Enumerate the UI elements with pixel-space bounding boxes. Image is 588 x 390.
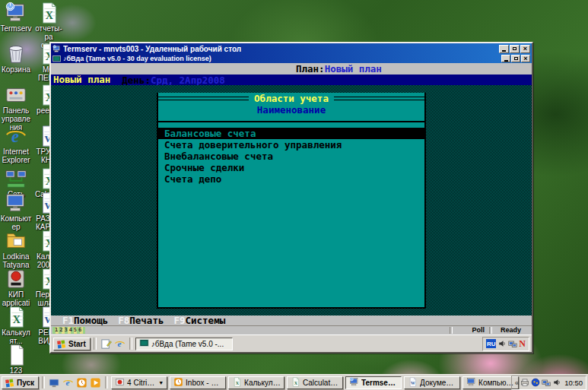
taskbar-button-калькулятор-2008[interactable]: XКалькулятор 2008 ...: [228, 376, 284, 389]
day-value: Срд, 2Апр2008: [151, 75, 225, 86]
fkey-f8[interactable]: F8Печать: [118, 315, 173, 326]
remote-start-button[interactable]: Start: [53, 338, 91, 350]
host-quicklaunch-media-icon[interactable]: [89, 376, 102, 389]
task-button-label: Termserv - mnvts...: [361, 379, 398, 387]
taskbar-button-4-citrix-ica-client[interactable]: 4 Citrix ICA Client ...▼: [111, 376, 167, 389]
plan-value: Новый план: [325, 63, 382, 75]
tray-printer-icon[interactable]: [520, 378, 529, 387]
keyboard-layout-indicator[interactable]: RU: [486, 339, 496, 348]
task-button-label: 4 Citrix ICA Client ...: [127, 379, 156, 387]
dialog-item-балансовые-счета[interactable]: Балансовые счета: [158, 128, 424, 139]
task-button-label: Документ1 - Micros...: [420, 379, 456, 387]
taskbar-separator: [105, 376, 108, 388]
remote-quicklaunch-notepad-icon[interactable]: [100, 338, 113, 350]
tame-minimize-button[interactable]: [501, 55, 510, 62]
dialog-divider: [158, 121, 424, 122]
doc-icon: [5, 344, 27, 366]
svg-text:e: e: [66, 378, 70, 387]
dialog-border-line: [158, 97, 249, 100]
termserv-window-title: Termserv - mnvts003 - Удаленный рабочий …: [63, 45, 497, 53]
desktop-icon-lodkina-tatyana[interactable]: LodkinaTatyana: [0, 230, 32, 269]
clock: 10:50: [563, 379, 583, 387]
tame-window-controls: ×: [501, 55, 530, 62]
dialog-item-счета-доверительного-управления[interactable]: Счета доверительного управления: [158, 139, 424, 151]
desktop-icon-123[interactable]: 123: [0, 344, 32, 375]
termserv-window-controls: ×: [499, 45, 530, 53]
tray-netdisplay-icon[interactable]: [542, 378, 551, 387]
outlook-icon: [173, 377, 183, 388]
task-button-label: Calculator20071024: [303, 379, 339, 387]
remote-system-tray: RU N: [482, 337, 529, 351]
remote-quicklaunch-ie-icon[interactable]: e: [113, 338, 126, 350]
dialog-item-счета-депо[interactable]: Счета депо: [158, 173, 424, 185]
restore-icon: [513, 47, 516, 50]
excel-icon: X: [37, 2, 60, 24]
desktop-icon-label: Калькулят...: [0, 328, 32, 345]
desktop-icon-корзина[interactable]: Корзина: [0, 43, 32, 74]
dialog-item-внебалансовые-счета[interactable]: Внебалансовые счета: [158, 151, 424, 162]
dialog-column-header: Наименование: [158, 104, 424, 116]
redapp-icon: [5, 268, 27, 290]
fkey-f9[interactable]: F9Системы: [173, 315, 235, 326]
desktop-icon-internet-explorer[interactable]: eInternetExplorer: [0, 125, 32, 164]
computer-icon: [466, 377, 476, 388]
taskbar-button-termserv-mnvts[interactable]: Termserv - mnvts...: [345, 376, 402, 389]
dialog-border-line: [334, 97, 424, 100]
termserv-close-button[interactable]: ×: [520, 45, 530, 53]
tray-antivirus-icon[interactable]: [531, 378, 540, 387]
remote-task-button-label: ♪бВда (Tame v5.0 -...: [151, 340, 224, 348]
host-start-button[interactable]: Пуск: [2, 376, 39, 389]
host-quicklaunch-showdesktop-icon[interactable]: [48, 376, 61, 389]
netscape-icon[interactable]: N: [519, 339, 526, 348]
host-quicklaunch-outlook-icon[interactable]: [75, 376, 88, 389]
speaker-icon[interactable]: [497, 339, 507, 348]
remote-quick-launch: e: [100, 338, 126, 350]
taskbar-separator: [42, 376, 45, 388]
excel-icon: X: [232, 377, 242, 388]
host-taskbar: Пуск e 4 Citrix ICA Client ...▼Inbox - M…: [0, 374, 588, 390]
desktop-icon-label: Корзина: [0, 65, 32, 74]
termserv-titlebar[interactable]: Termserv - mnvts003 - Удаленный рабочий …: [51, 43, 532, 54]
dialog-title: Области учета: [249, 93, 334, 104]
tray-expand-chevron[interactable]: «: [515, 379, 520, 387]
remote-task-button-tame[interactable]: ♪бВда (Tame v5.0 -...: [135, 338, 233, 350]
ie-icon: e: [5, 125, 27, 147]
dialog-item-list: Балансовые счетаСчета доверительного упр…: [158, 128, 424, 185]
remote-start-label: Start: [68, 340, 86, 348]
termserv-restore-button[interactable]: [510, 45, 520, 53]
svg-text:X: X: [13, 313, 21, 325]
word-icon: W: [408, 377, 418, 388]
task-button-label: Калькулятор 2008 ...: [244, 379, 281, 387]
fkey-f1[interactable]: F1Помощь: [62, 315, 118, 326]
windows-flag-icon: [5, 378, 14, 388]
taskbar-button-документ1-micros[interactable]: WДокумент1 - Micros...: [404, 376, 460, 389]
fkey-number: F1: [62, 315, 74, 326]
fkey-number: F8: [118, 315, 129, 326]
desktop-icon-termserv[interactable]: Termserv: [0, 2, 32, 33]
tray-speaker-icon[interactable]: [552, 378, 561, 387]
tame-restore-button[interactable]: [511, 55, 520, 62]
plan-label: План:: [296, 63, 325, 75]
svg-text:e: e: [11, 127, 19, 146]
excel-icon: X: [5, 306, 27, 328]
terminal-info-row: День:Срд, 2Апр2008 План:Новый план: [51, 63, 532, 75]
tame-titlebar[interactable]: ♪бВда (Tame v5.0 - 30 day evaluation lic…: [51, 54, 532, 63]
remote-icon: [5, 2, 27, 24]
termserv-minimize-button[interactable]: [499, 45, 509, 53]
restore-icon: [514, 57, 518, 60]
svg-text:W: W: [411, 381, 415, 385]
folder-icon: [5, 230, 27, 252]
desktop-icon-калькулят[interactable]: XКалькулят...: [0, 306, 32, 345]
display-icon[interactable]: [508, 339, 517, 348]
taskbar-separator: [94, 338, 97, 350]
taskbar-button-calculator20071024[interactable]: XCalculator20071024: [287, 376, 343, 389]
tame-close-button[interactable]: ×: [521, 55, 530, 62]
dialog-item-срочные-сделки[interactable]: Срочные сделки: [158, 162, 424, 173]
taskbar-button-inbox-microsoft-o[interactable]: Inbox - Microsoft O...: [170, 376, 226, 389]
host-quick-launch: e: [48, 376, 102, 389]
computer-icon: [5, 192, 27, 214]
close-icon: ×: [523, 55, 527, 62]
desktop-icon-компьютер[interactable]: Компьютер: [0, 192, 32, 231]
host-quicklaunch-ie-icon[interactable]: e: [62, 376, 75, 389]
poll-status: Poll: [472, 326, 485, 335]
